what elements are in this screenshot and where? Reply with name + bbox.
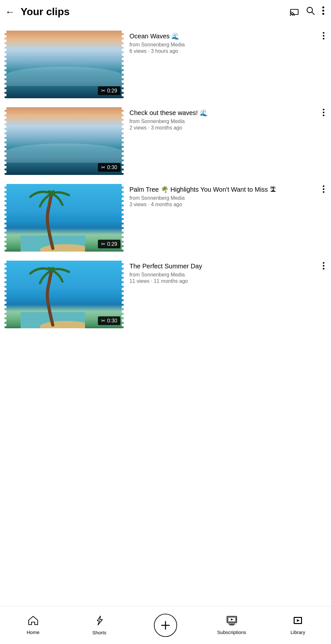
svg-point-10 bbox=[323, 109, 325, 111]
svg-point-5 bbox=[322, 10, 324, 12]
clip-title: The Perfect Summer Day bbox=[129, 262, 316, 271]
more-icon[interactable] bbox=[322, 6, 325, 17]
scissors-icon: ✂ bbox=[101, 318, 105, 324]
clip-meta: 6 views · 3 hours ago bbox=[129, 48, 316, 54]
svg-point-20 bbox=[323, 262, 325, 264]
duration-text: 0:29 bbox=[107, 241, 117, 247]
svg-marker-27 bbox=[231, 619, 233, 620]
svg-point-8 bbox=[323, 35, 325, 37]
duration-badge: ✂ 0:29 bbox=[98, 240, 120, 248]
scissors-icon: ✂ bbox=[101, 241, 105, 247]
duration-text: 0:29 bbox=[107, 88, 117, 94]
clip-title: Check out these waves! 🌊 bbox=[129, 109, 316, 117]
svg-point-6 bbox=[322, 13, 324, 15]
svg-point-21 bbox=[323, 265, 325, 267]
thumbnail[interactable]: ✂ 0:30 bbox=[5, 261, 124, 328]
clip-info: Check out these waves! 🌊 from Sonnenberg… bbox=[129, 107, 316, 131]
duration-text: 0:30 bbox=[107, 318, 117, 324]
shorts-icon bbox=[94, 615, 104, 628]
page-title: Your clips bbox=[21, 6, 290, 18]
clip-more-button[interactable] bbox=[321, 261, 326, 273]
scissors-icon: ✂ bbox=[101, 88, 105, 94]
clip-more-button[interactable] bbox=[321, 184, 326, 197]
clip-channel: from Sonnenberg Media bbox=[129, 42, 316, 48]
svg-point-1 bbox=[290, 15, 291, 16]
nav-label-subscriptions: Subscriptions bbox=[217, 630, 246, 635]
svg-point-15 bbox=[323, 186, 325, 187]
clip-more-button[interactable] bbox=[321, 31, 326, 43]
subscriptions-icon bbox=[227, 616, 237, 628]
clip-title: Palm Tree 🌴 Highlights You Won't Want to… bbox=[129, 185, 316, 194]
bottom-nav: Home Shorts bbox=[0, 606, 331, 644]
list-item[interactable]: ✂ 0:29 Ocean Waves 🌊 from Sonnenberg Med… bbox=[0, 26, 331, 103]
library-icon bbox=[293, 616, 303, 628]
clip-channel: from Sonnenberg Media bbox=[129, 272, 316, 278]
duration-text: 0:30 bbox=[107, 165, 117, 170]
clip-title: Ocean Waves 🌊 bbox=[129, 32, 316, 41]
nav-label-library: Library bbox=[290, 630, 305, 635]
nav-label-shorts: Shorts bbox=[92, 630, 106, 635]
cast-icon[interactable] bbox=[290, 8, 299, 16]
svg-point-16 bbox=[323, 188, 325, 190]
list-item[interactable]: ✂ 0:30 Check out these waves! 🌊 from Son… bbox=[0, 103, 331, 179]
thumbnail[interactable]: ✂ 0:29 bbox=[5, 184, 124, 252]
clip-list: ✂ 0:29 Ocean Waves 🌊 from Sonnenberg Med… bbox=[0, 24, 331, 371]
home-icon bbox=[28, 616, 38, 628]
thumbnail[interactable]: ✂ 0:29 bbox=[5, 31, 124, 98]
search-icon[interactable] bbox=[306, 6, 315, 17]
nav-item-library[interactable]: Library bbox=[279, 616, 317, 635]
svg-line-3 bbox=[312, 12, 315, 15]
clip-info: Ocean Waves 🌊 from Sonnenberg Media 6 vi… bbox=[129, 31, 316, 54]
back-button[interactable]: ← bbox=[5, 6, 15, 17]
svg-point-9 bbox=[323, 38, 325, 40]
clip-channel: from Sonnenberg Media bbox=[129, 195, 316, 201]
nav-label-home: Home bbox=[27, 630, 40, 635]
clip-meta: 11 views · 11 months ago bbox=[129, 278, 316, 284]
svg-point-4 bbox=[322, 6, 324, 8]
svg-point-7 bbox=[323, 32, 325, 34]
nav-item-shorts[interactable]: Shorts bbox=[80, 615, 118, 635]
clip-info: Palm Tree 🌴 Highlights You Won't Want to… bbox=[129, 184, 316, 207]
clip-meta: 3 views · 4 months ago bbox=[129, 202, 316, 207]
list-item[interactable]: ✂ 0:29 Palm Tree 🌴 Highlights You Won't … bbox=[0, 179, 331, 256]
clip-info: The Perfect Summer Day from Sonnenberg M… bbox=[129, 261, 316, 284]
svg-point-17 bbox=[323, 191, 325, 193]
scissors-icon: ✂ bbox=[101, 164, 105, 170]
thumbnail[interactable]: ✂ 0:30 bbox=[5, 107, 124, 175]
add-icon[interactable] bbox=[154, 614, 177, 637]
nav-item-subscriptions[interactable]: Subscriptions bbox=[213, 616, 251, 635]
list-item[interactable]: ✂ 0:30 The Perfect Summer Day from Sonne… bbox=[0, 256, 331, 333]
header: ← Your clips bbox=[0, 0, 331, 24]
clip-channel: from Sonnenberg Media bbox=[129, 119, 316, 124]
header-actions bbox=[290, 6, 325, 17]
nav-item-add[interactable] bbox=[146, 614, 185, 637]
svg-point-11 bbox=[323, 112, 325, 113]
svg-point-12 bbox=[323, 115, 325, 116]
clip-more-button[interactable] bbox=[321, 107, 326, 120]
duration-badge: ✂ 0:30 bbox=[98, 316, 120, 325]
duration-badge: ✂ 0:30 bbox=[98, 163, 120, 172]
svg-point-22 bbox=[323, 268, 325, 270]
duration-badge: ✂ 0:29 bbox=[98, 86, 120, 95]
nav-item-home[interactable]: Home bbox=[14, 616, 52, 635]
clip-meta: 2 views · 3 months ago bbox=[129, 125, 316, 131]
